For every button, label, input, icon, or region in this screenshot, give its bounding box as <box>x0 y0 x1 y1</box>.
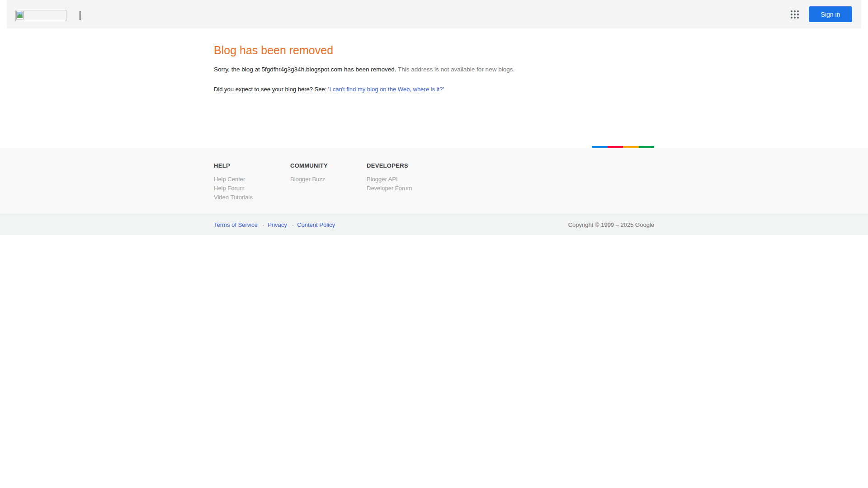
removal-message-secondary: This address is not available for new bl… <box>396 66 515 73</box>
dot-separator: · <box>292 221 294 228</box>
footer-link-help-forum[interactable]: Help Forum <box>214 184 290 193</box>
top-bar: Sign in <box>7 0 861 28</box>
footer-link-blogger-api[interactable]: Blogger API <box>367 175 443 184</box>
removal-message: Sorry, the blog at 5fgdfhr4g3g34h.blogsp… <box>214 66 654 73</box>
privacy-link[interactable]: Privacy <box>268 221 287 228</box>
footer-column-community: COMMUNITY Blogger Buzz <box>290 148 367 214</box>
sign-in-button[interactable]: Sign in <box>809 6 852 22</box>
copyright-text: Copyright © 1999 – 2025 Google <box>568 221 654 228</box>
footer-legal-bar: Terms of Service · Privacy · Content Pol… <box>0 214 868 235</box>
footer-column-developers: DEVELOPERS Blogger API Developer Forum <box>367 148 443 214</box>
removal-message-primary: Sorry, the blog at 5fgdfhr4g3g34h.blogsp… <box>214 66 396 73</box>
footer-column-title: COMMUNITY <box>290 162 367 169</box>
page-title: Blog has been removed <box>214 28 654 57</box>
header-actions: Sign in <box>791 0 852 28</box>
broken-image-icon <box>16 11 24 20</box>
footer-column-help: HELP Help Center Help Forum Video Tutori… <box>214 148 290 214</box>
footer-link-help-center[interactable]: Help Center <box>214 175 290 184</box>
footer-column-title: DEVELOPERS <box>367 162 443 169</box>
legal-links: Terms of Service · Privacy · Content Pol… <box>214 221 335 228</box>
expect-prefix: Did you expect to see your blog here? Se… <box>214 86 329 93</box>
main-content: Blog has been removed Sorry, the blog at… <box>0 28 868 148</box>
expect-message: Did you expect to see your blog here? Se… <box>214 86 654 93</box>
terms-of-service-link[interactable]: Terms of Service <box>214 221 258 228</box>
expect-suffix: ' <box>443 86 443 93</box>
blogger-logo-broken-image[interactable] <box>15 10 66 21</box>
content-policy-link[interactable]: Content Policy <box>297 221 335 228</box>
footer-link-blogger-buzz[interactable]: Blogger Buzz <box>290 175 367 184</box>
cant-find-blog-link[interactable]: I can't find my blog on the Web, where i… <box>329 86 443 93</box>
footer: HELP Help Center Help Forum Video Tutori… <box>0 148 868 214</box>
google-apps-icon[interactable] <box>791 10 799 19</box>
text-cursor <box>80 11 80 20</box>
dot-separator: · <box>263 221 264 228</box>
footer-column-title: HELP <box>214 162 290 169</box>
footer-link-video-tutorials[interactable]: Video Tutorials <box>214 193 290 202</box>
footer-link-developer-forum[interactable]: Developer Forum <box>367 184 443 193</box>
